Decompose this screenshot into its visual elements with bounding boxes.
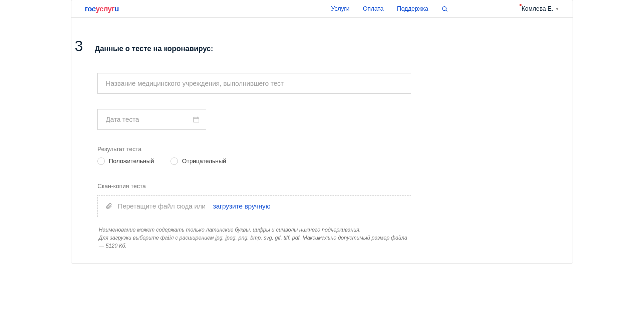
step-number: 3 xyxy=(75,38,95,54)
search-icon[interactable] xyxy=(441,6,448,12)
hint-line-2: Для загрузки выберите файл с расширением… xyxy=(99,234,411,250)
dropzone-text: Перетащите файл сюда или xyxy=(118,203,206,210)
logo[interactable]: госуслугu xyxy=(85,5,119,13)
logo-part3: u xyxy=(114,5,119,13)
user-name: Комлева Е. xyxy=(522,5,553,12)
content: 3 Данные о тесте на коронавирус: Резуль xyxy=(71,18,573,263)
radio-positive[interactable]: Положительный xyxy=(97,157,154,165)
chevron-down-icon: ▼ xyxy=(555,7,559,11)
calendar-icon[interactable] xyxy=(193,116,200,123)
test-date-field[interactable] xyxy=(97,109,206,130)
top-nav: Услуги Оплата Поддержка xyxy=(331,5,448,12)
svg-point-0 xyxy=(442,6,446,10)
radio-icon xyxy=(97,157,105,165)
svg-line-1 xyxy=(446,10,447,11)
nav-support[interactable]: Поддержка xyxy=(397,5,428,12)
result-radio-group: Положительный Отрицательный xyxy=(97,157,411,165)
scan-label: Скан-копия теста xyxy=(97,183,411,190)
paperclip-icon xyxy=(105,203,112,210)
app-window: госуслугu Услуги Оплата Поддержка Комлев… xyxy=(71,0,573,264)
step-title: Данные о тесте на коронавирус: xyxy=(95,44,213,53)
hint-line-1: Наименование может содержать только лати… xyxy=(99,226,411,234)
test-date-input[interactable] xyxy=(106,116,193,123)
radio-icon xyxy=(171,157,178,165)
header: госуслугu Услуги Оплата Поддержка Комлев… xyxy=(71,0,573,18)
svg-rect-2 xyxy=(194,117,199,122)
radio-positive-label: Положительный xyxy=(109,158,154,165)
nav-payment[interactable]: Оплата xyxy=(363,5,384,12)
radio-negative[interactable]: Отрицательный xyxy=(171,157,226,165)
result-label: Результат теста xyxy=(97,146,411,153)
logo-part1: гос xyxy=(85,5,96,13)
nav-services[interactable]: Услуги xyxy=(331,5,349,12)
form: Результат теста Положительный Отрицатель… xyxy=(97,73,411,250)
upload-hint: Наименование может содержать только лати… xyxy=(97,226,411,250)
step-header: 3 Данные о тесте на коронавирус: xyxy=(75,38,553,54)
institution-input[interactable] xyxy=(97,73,411,94)
radio-negative-label: Отрицательный xyxy=(182,158,226,165)
upload-link[interactable]: загрузите вручную xyxy=(213,203,270,210)
user-menu[interactable]: Комлева Е. ▼ xyxy=(522,5,559,12)
logo-part2: услуг xyxy=(96,5,115,13)
file-dropzone[interactable]: Перетащите файл сюда или загрузите вручн… xyxy=(97,195,411,217)
